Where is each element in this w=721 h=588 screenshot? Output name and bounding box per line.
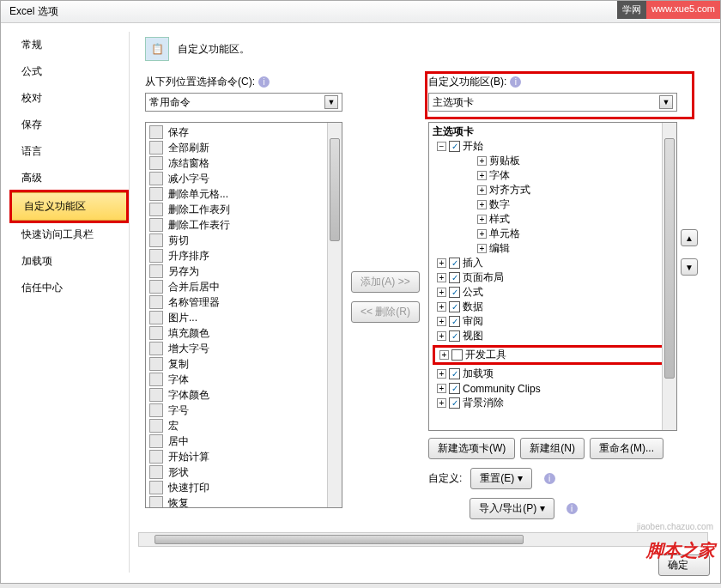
new-tab-button[interactable]: 新建选项卡(W) <box>428 438 515 459</box>
command-item[interactable]: 剪切 <box>148 233 340 248</box>
checkbox[interactable] <box>451 349 463 361</box>
command-item[interactable]: 填充颜色▸ <box>148 325 340 341</box>
checkbox[interactable]: ✓ <box>449 272 460 283</box>
expand-icon[interactable]: + <box>477 229 487 239</box>
command-item[interactable]: 全部刷新 <box>148 140 340 155</box>
expand-icon[interactable]: + <box>477 215 487 224</box>
command-item[interactable]: 开始计算 <box>148 449 340 464</box>
remove-button[interactable]: << 删除(R) <box>351 301 420 323</box>
command-item[interactable]: 增大字号 <box>148 341 340 356</box>
commands-listbox[interactable]: 保存全部刷新冻结窗格▸减小字号删除单元格...删除工作表列删除工作表行剪切升序排… <box>145 122 342 508</box>
tree-child-node[interactable]: +数字 <box>477 197 673 212</box>
tree-node[interactable]: +开发工具 <box>439 348 670 362</box>
command-item[interactable]: 字体▸ <box>148 372 340 387</box>
move-up-button[interactable]: ▲ <box>681 229 698 246</box>
checkbox[interactable]: ✓ <box>449 330 460 342</box>
command-item[interactable]: 保存 <box>148 124 340 140</box>
checkbox[interactable]: ✓ <box>449 258 460 269</box>
rename-button[interactable]: 重命名(M)... <box>590 438 663 459</box>
tree-node[interactable]: +✓审阅 <box>437 314 673 329</box>
command-item[interactable]: 图片... <box>148 310 340 325</box>
expand-icon[interactable]: + <box>439 350 449 360</box>
reset-button[interactable]: 重置(E) ▾ <box>470 468 531 489</box>
sidebar-item-language[interactable]: 语言 <box>9 138 129 165</box>
tree-node[interactable]: +✓数据 <box>437 300 673 314</box>
expand-icon[interactable]: + <box>477 200 487 209</box>
tree-child-node[interactable]: +编辑 <box>477 241 673 256</box>
checkbox[interactable]: ✓ <box>449 316 460 327</box>
tree-node[interactable]: +✓页面布局 <box>437 270 673 285</box>
tree-child-node[interactable]: +对齐方式 <box>477 183 673 197</box>
sidebar-item-addins[interactable]: 加载项 <box>9 248 129 275</box>
ribbon-tree[interactable]: 主选项卡−✓开始+剪贴板+字体+对齐方式+数字+样式+单元格+编辑+✓插入+✓页… <box>428 122 677 431</box>
expand-icon[interactable]: + <box>477 171 487 180</box>
command-item[interactable]: 宏 <box>148 418 340 433</box>
checkbox[interactable]: ✓ <box>449 301 460 312</box>
command-item[interactable]: 名称管理器 <box>148 294 340 310</box>
checkbox[interactable]: ✓ <box>449 141 460 152</box>
command-item[interactable]: 减小字号 <box>148 171 340 186</box>
info-icon[interactable]: i <box>566 503 578 514</box>
move-down-button[interactable]: ▼ <box>681 258 698 276</box>
expand-icon[interactable]: + <box>477 244 487 253</box>
command-item[interactable]: 形状▸ <box>148 464 340 480</box>
checkbox[interactable]: ✓ <box>449 383 460 394</box>
tree-child-node[interactable]: +字体 <box>477 168 673 183</box>
expand-icon[interactable]: + <box>437 369 446 379</box>
sidebar-item-trust[interactable]: 信任中心 <box>9 275 129 301</box>
tree-child-node[interactable]: +单元格 <box>477 227 673 241</box>
tree-child-node[interactable]: +样式 <box>477 212 673 227</box>
tree-child-node[interactable]: +剪贴板 <box>477 154 673 168</box>
sidebar-item-general[interactable]: 常规 <box>9 32 129 58</box>
expand-icon[interactable]: + <box>437 398 446 408</box>
command-item[interactable]: 冻结窗格▸ <box>148 155 340 171</box>
expand-icon[interactable]: + <box>437 384 446 393</box>
tree-node[interactable]: −✓开始 <box>437 139 673 154</box>
sidebar-item-proofing[interactable]: 校对 <box>9 85 129 112</box>
command-item[interactable]: 合并后居中 <box>148 279 340 294</box>
command-item[interactable]: 删除工作表列 <box>148 202 340 217</box>
command-item[interactable]: 另存为 <box>148 264 340 279</box>
command-item[interactable]: 字体颜色▸ <box>148 387 340 403</box>
import-export-button[interactable]: 导入/导出(P) ▾ <box>470 498 554 519</box>
sidebar-item-qat[interactable]: 快速访问工具栏 <box>9 221 129 248</box>
command-item[interactable]: 恢复▸ <box>148 495 340 508</box>
ribbon-scope-select[interactable]: 主选项卡▼ <box>428 93 677 112</box>
expand-icon[interactable]: + <box>477 185 487 195</box>
command-item[interactable]: 复制 <box>148 356 340 372</box>
tree-node[interactable]: +✓加载项 <box>437 367 673 381</box>
expand-icon[interactable]: + <box>477 156 487 166</box>
checkbox[interactable]: ✓ <box>449 287 460 298</box>
tree-node[interactable]: +✓视图 <box>437 329 673 343</box>
info-icon[interactable]: i <box>258 76 270 88</box>
tree-node[interactable]: +✓公式 <box>437 285 673 300</box>
add-button[interactable]: 添加(A) >> <box>351 271 419 293</box>
command-item[interactable]: 快速打印 <box>148 480 340 495</box>
checkbox[interactable]: ✓ <box>449 368 460 379</box>
info-icon[interactable]: i <box>510 76 521 88</box>
tree-node[interactable]: +✓插入 <box>437 256 673 270</box>
expand-icon[interactable]: + <box>437 331 446 341</box>
expand-icon[interactable]: + <box>437 258 446 268</box>
tree-node[interactable]: +✓Community Clips <box>437 381 673 396</box>
expand-icon[interactable]: + <box>437 317 446 326</box>
scrollbar-horizontal[interactable] <box>138 532 708 547</box>
sidebar-item-customize-ribbon[interactable]: 自定义功能区 <box>12 192 126 221</box>
command-item[interactable]: 删除单元格... <box>148 186 340 202</box>
scrollbar-vertical[interactable] <box>327 123 342 507</box>
command-item[interactable]: 字号▸ <box>148 403 340 418</box>
command-item[interactable]: 居中 <box>148 433 340 449</box>
command-item[interactable]: 升序排序 <box>148 248 340 264</box>
expand-icon[interactable]: − <box>437 142 446 151</box>
expand-icon[interactable]: + <box>437 288 446 297</box>
tree-node[interactable]: +✓背景消除 <box>437 396 673 410</box>
scrollbar-vertical[interactable] <box>662 123 676 430</box>
info-icon[interactable]: i <box>544 473 555 484</box>
checkbox[interactable]: ✓ <box>449 397 460 409</box>
commands-source-select[interactable]: 常用命令▼ <box>145 93 342 112</box>
sidebar-item-formulas[interactable]: 公式 <box>9 58 129 85</box>
expand-icon[interactable]: + <box>437 273 446 282</box>
sidebar-item-advanced[interactable]: 高级 <box>9 165 129 191</box>
command-item[interactable]: 删除工作表行 <box>148 217 340 233</box>
expand-icon[interactable]: + <box>437 302 446 312</box>
